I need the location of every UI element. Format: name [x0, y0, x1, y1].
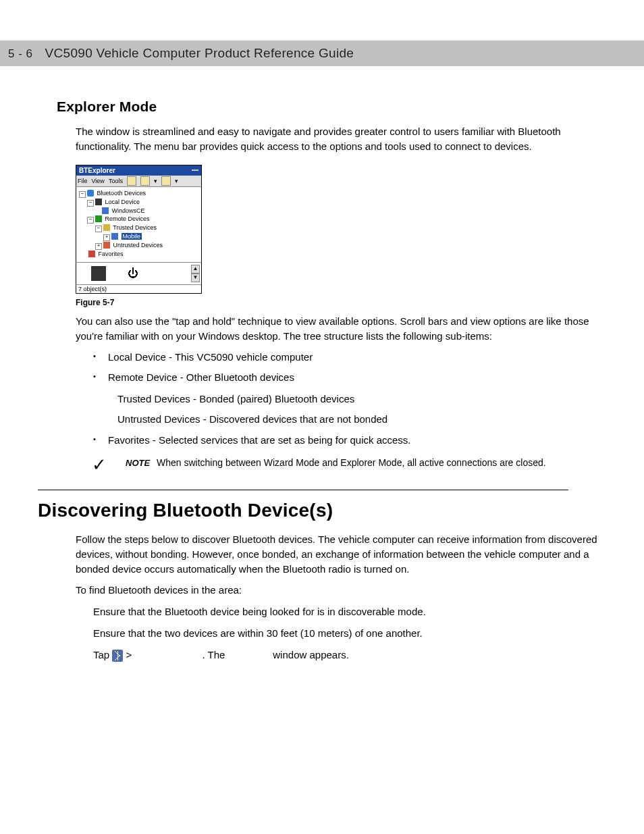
page-number: 5 - 6	[8, 47, 33, 61]
menu-view[interactable]: View	[92, 178, 105, 184]
device-icon	[111, 233, 118, 240]
text-fragment: The	[76, 126, 96, 137]
list-item: Favorites - Selected services that are s…	[92, 433, 606, 448]
tree-items-list: Local Device - This VC5090 vehicle compu…	[92, 350, 606, 385]
figure-btexplorer: BTExplorer File View Tools ▾ ▾ − Bluetoo…	[76, 165, 606, 294]
text-fragment: Tap	[93, 649, 112, 660]
minimize-icon[interactable]	[192, 170, 198, 171]
toolbar-icon[interactable]	[161, 176, 171, 186]
menu-tools[interactable]: Tools	[109, 178, 123, 184]
tree-node-selected[interactable]: Mobile	[122, 233, 142, 240]
collapse-icon[interactable]: −	[87, 200, 94, 207]
discover-intro-paragraph: Follow the steps below to discover Bluet…	[76, 532, 606, 576]
toolbar-icon[interactable]	[140, 176, 150, 186]
text-fragment: >	[123, 649, 134, 660]
scroll-arrows[interactable]: ▲ ▼	[191, 265, 200, 282]
tree-node[interactable]: Remote Devices	[105, 215, 150, 222]
expand-icon[interactable]: +	[95, 243, 102, 250]
computer-icon	[95, 199, 102, 205]
bluetooth-icon[interactable]	[112, 650, 123, 662]
discover-lead-paragraph: To find Bluetooth devices in the area:	[76, 583, 606, 598]
bluetooth-icon	[87, 190, 94, 197]
tree-node[interactable]: Favorites	[99, 251, 124, 257]
note-label: NOTE	[126, 458, 150, 468]
page-header: 5 - 6 VC5090 Vehicle Computer Product Re…	[0, 41, 644, 66]
tree-items-list-cont: Favorites - Selected services that are s…	[92, 433, 606, 448]
list-subitem: Trusted Devices - Bonded (paired) Blueto…	[117, 392, 606, 407]
remote-icon	[95, 215, 102, 222]
collapse-icon[interactable]: −	[95, 226, 102, 232]
collapse-icon[interactable]: −	[79, 191, 86, 198]
step-item: Ensure that the two devices are within 3…	[93, 626, 606, 641]
unlock-icon	[103, 242, 110, 249]
expand-icon[interactable]: +	[103, 234, 110, 241]
tree-node[interactable]: Untrusted Devices	[113, 242, 163, 249]
window-titlebar: BTExplorer	[76, 165, 201, 176]
text-fragment: window is streamlined and easy to naviga…	[76, 126, 561, 152]
heading-explorer-mode: Explorer Mode	[57, 99, 606, 115]
figure-caption: Figure 5-7	[76, 298, 606, 307]
power-icon[interactable]: ⏻	[128, 267, 138, 280]
text-fragment: for quick access.	[336, 434, 411, 446]
document-title: VC5090 Vehicle Computer Product Referenc…	[45, 46, 354, 61]
text-fragment: . The	[203, 649, 228, 660]
status-bar: 7 object(s)	[76, 284, 201, 293]
tree-node[interactable]: Trusted Devices	[113, 224, 157, 231]
text-fragment: window appears.	[270, 649, 349, 660]
section-divider	[38, 490, 568, 490]
btexplorer-window: BTExplorer File View Tools ▾ ▾ − Bluetoo…	[76, 165, 202, 294]
text-fragment: Favorites - Selected services that are s…	[108, 434, 336, 446]
dropdown-arrow-icon[interactable]: ▾	[175, 178, 178, 184]
menu-file[interactable]: File	[78, 178, 88, 184]
page-content: Explorer Mode The window is streamlined …	[0, 99, 644, 696]
menu-bar: File View Tools ▾ ▾	[76, 176, 201, 187]
toolbar-icon[interactable]	[127, 176, 136, 186]
note-block: ✓ NOTE When switching between Wizard Mod…	[92, 457, 606, 473]
explorer-intro-paragraph: The window is streamlined and easy to na…	[76, 124, 606, 154]
step-item: Tap > . The window appears.	[93, 648, 606, 662]
list-item: Local Device - This VC5090 vehicle compu…	[92, 350, 606, 365]
computer-large-icon[interactable]	[91, 266, 106, 281]
tree-node[interactable]: WindowsCE	[112, 207, 145, 214]
tap-hold-paragraph: You can also use the "tap and hold" tech…	[76, 314, 606, 344]
list-subitem: Untrusted Devices - Discovered devices t…	[117, 412, 606, 427]
device-icon	[102, 207, 109, 214]
tree-node[interactable]: Bluetooth Devices	[97, 190, 146, 197]
scroll-up-icon[interactable]: ▲	[191, 265, 200, 273]
list-item: Remote Device - Other Bluetooth devices	[92, 370, 606, 385]
scroll-down-icon[interactable]: ▼	[191, 273, 200, 282]
favorites-icon	[88, 251, 95, 257]
heading-discovering: Discovering Bluetooth Device(s)	[38, 500, 606, 521]
window-title: BTExplorer	[79, 167, 115, 174]
lock-icon	[103, 224, 110, 231]
collapse-icon[interactable]: −	[87, 217, 94, 224]
tree-view: − Bluetooth Devices − Local Device Windo…	[76, 187, 201, 262]
tree-node[interactable]: Local Device	[105, 199, 140, 205]
checkmark-icon: ✓	[92, 456, 107, 473]
dropdown-arrow-icon[interactable]: ▾	[154, 178, 157, 184]
note-text: When switching between Wizard Mode and E…	[157, 457, 546, 468]
icon-bar: ⏻ ▲ ▼	[76, 262, 201, 284]
step-item: Ensure that the Bluetooth device being l…	[93, 604, 606, 619]
